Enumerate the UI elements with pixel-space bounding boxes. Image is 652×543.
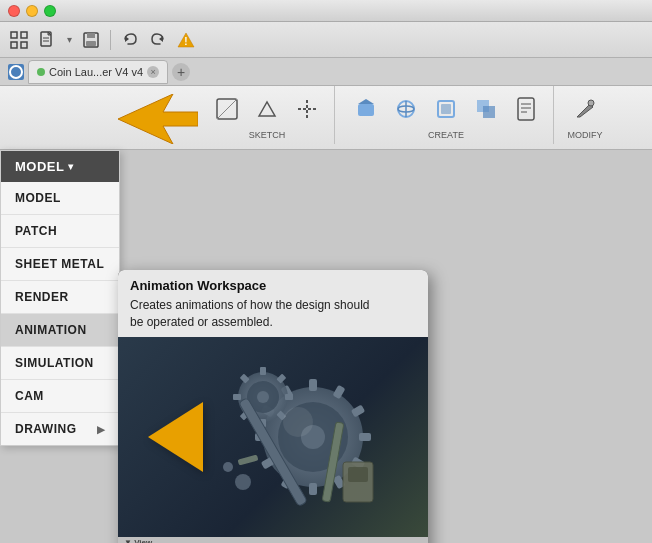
- main-area: SKETCH: [0, 86, 652, 543]
- ribbon-arrow-indicator: [118, 94, 198, 148]
- toolbar: ▾ !: [0, 22, 652, 58]
- dropdown-item-label: SHEET METAL: [15, 257, 104, 271]
- svg-rect-8: [87, 33, 95, 38]
- dropdown-item-cam[interactable]: CAM: [1, 380, 119, 413]
- redo-icon[interactable]: [147, 29, 169, 51]
- dropdown-item-simulation[interactable]: SIMULATION: [1, 347, 119, 380]
- svg-point-32: [588, 100, 594, 106]
- dropdown-item-animation[interactable]: ANIMATION: [1, 314, 119, 347]
- create-section-label: CREATE: [428, 130, 464, 140]
- svg-rect-2: [11, 42, 17, 48]
- svg-point-62: [223, 462, 233, 472]
- dropdown-item-sheet-metal[interactable]: SHEET METAL: [1, 248, 119, 281]
- warning-icon[interactable]: !: [175, 29, 197, 51]
- svg-point-50: [257, 391, 269, 403]
- ribbon-create-icon2[interactable]: [387, 92, 425, 126]
- dropdown-item-patch[interactable]: PATCH: [1, 215, 119, 248]
- svg-rect-19: [358, 104, 374, 116]
- tooltip-image: [118, 337, 428, 537]
- svg-text:!: !: [184, 36, 187, 47]
- ribbon-sketch-icon1[interactable]: [208, 92, 246, 126]
- svg-line-16: [217, 99, 237, 119]
- svg-rect-53: [285, 394, 293, 400]
- ribbon-modify-icon1[interactable]: [566, 92, 604, 126]
- tab-close-button[interactable]: ×: [147, 66, 159, 78]
- svg-rect-3: [21, 42, 27, 48]
- tooltip-description: Creates animations of how the design sho…: [118, 297, 428, 337]
- tooltip-timeline: ▼ View Components Bevel Gear - Large v1.…: [118, 537, 428, 543]
- svg-rect-0: [11, 32, 17, 38]
- title-bar: [0, 0, 652, 22]
- dropdown-header[interactable]: MODEL ▾: [1, 151, 119, 182]
- timeline-header-label: ▼ View: [124, 538, 152, 543]
- svg-point-64: [283, 407, 313, 437]
- dropdown-item-label: RENDER: [15, 290, 69, 304]
- svg-rect-66: [348, 467, 368, 482]
- tooltip-title: Animation Workspace: [130, 278, 416, 293]
- content-area: MODEL ▾ MODEL PATCH SHEET METAL RENDER A…: [0, 150, 652, 543]
- dropdown-item-label: SIMULATION: [15, 356, 94, 370]
- svg-rect-25: [441, 104, 451, 114]
- tooltip-popup: Animation Workspace Creates animations o…: [118, 270, 428, 543]
- svg-rect-1: [21, 32, 27, 38]
- ribbon-create-section: CREATE: [339, 86, 554, 144]
- ribbon: SKETCH: [0, 86, 652, 150]
- svg-rect-39: [359, 433, 371, 441]
- tab-add-button[interactable]: +: [172, 63, 190, 81]
- svg-rect-28: [518, 98, 534, 120]
- svg-marker-14: [118, 94, 198, 144]
- dropdown-item-model[interactable]: MODEL: [1, 182, 119, 215]
- svg-point-61: [235, 474, 251, 490]
- dropdown-item-label: PATCH: [15, 224, 57, 238]
- svg-rect-9: [86, 41, 96, 46]
- timeline-header: ▼ View: [118, 537, 428, 543]
- svg-rect-42: [309, 483, 317, 495]
- ribbon-create-icon3[interactable]: [427, 92, 465, 126]
- ribbon-sketch-icon3[interactable]: [288, 92, 326, 126]
- close-button[interactable]: [8, 5, 20, 17]
- ribbon-modify-section: MODIFY: [558, 86, 612, 144]
- tab-status-indicator: [37, 68, 45, 76]
- ribbon-create-icon1[interactable]: [347, 92, 385, 126]
- sketch-icons: [208, 90, 326, 128]
- window-controls: [8, 5, 56, 17]
- tab-item[interactable]: Coin Lau...er V4 v4 ×: [28, 60, 168, 84]
- tab-favicon: [8, 64, 24, 80]
- dropdown-item-label: ANIMATION: [15, 323, 87, 337]
- tab-label: Coin Lau...er V4 v4: [49, 66, 143, 78]
- dropdown-header-label: MODEL: [15, 159, 64, 174]
- file-icon[interactable]: [36, 29, 58, 51]
- svg-marker-11: [159, 36, 163, 42]
- submenu-chevron-icon: ▶: [97, 424, 106, 435]
- svg-rect-57: [233, 394, 241, 400]
- separator: [110, 30, 111, 50]
- minimize-button[interactable]: [26, 5, 38, 17]
- dropdown-arrow-icon: ▾: [68, 161, 74, 172]
- svg-rect-51: [260, 367, 266, 375]
- svg-marker-10: [125, 36, 129, 42]
- modify-icons: [566, 90, 604, 128]
- file-dropdown-icon[interactable]: ▾: [64, 29, 74, 51]
- svg-rect-27: [483, 106, 495, 118]
- dropdown-item-drawing[interactable]: DRAWING ▶: [1, 413, 119, 445]
- tooltip-arrow-left-icon: [148, 402, 203, 472]
- undo-icon[interactable]: [119, 29, 141, 51]
- grid-icon[interactable]: [8, 29, 30, 51]
- dropdown-item-label: MODEL: [15, 191, 61, 205]
- sketch-section-label: SKETCH: [249, 130, 286, 140]
- svg-rect-63: [238, 454, 259, 465]
- tab-bar: Coin Lau...er V4 v4 × +: [0, 58, 652, 86]
- workspace-dropdown: MODEL ▾ MODEL PATCH SHEET METAL RENDER A…: [0, 150, 120, 446]
- tooltip-header: Animation Workspace: [118, 270, 428, 297]
- dropdown-item-render[interactable]: RENDER: [1, 281, 119, 314]
- ribbon-create-icon5[interactable]: [507, 92, 545, 126]
- svg-marker-20: [358, 99, 374, 104]
- ribbon-create-icon4[interactable]: [467, 92, 505, 126]
- dropdown-item-label: CAM: [15, 389, 44, 403]
- dropdown-item-label: DRAWING: [15, 422, 77, 436]
- ribbon-left-icons: SKETCH: [200, 86, 612, 144]
- ribbon-sketch-icon2[interactable]: [248, 92, 286, 126]
- maximize-button[interactable]: [44, 5, 56, 17]
- svg-rect-36: [309, 379, 317, 391]
- save-icon[interactable]: [80, 29, 102, 51]
